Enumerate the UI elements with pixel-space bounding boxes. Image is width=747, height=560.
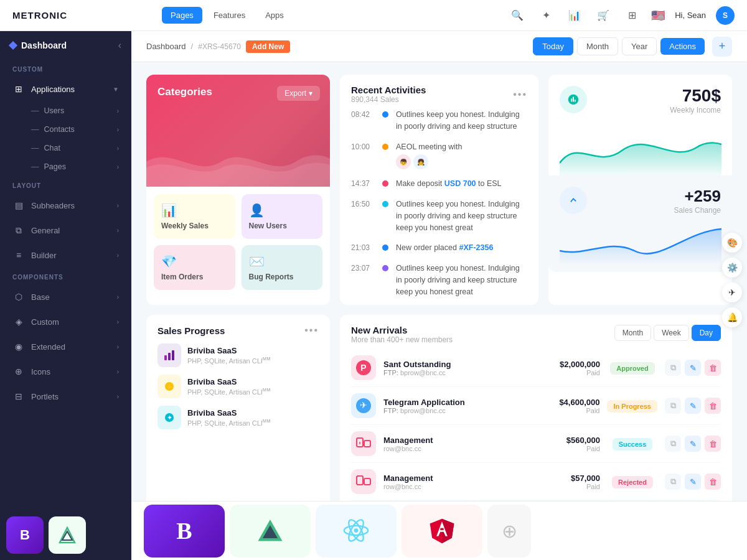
na-action-copy-1[interactable]: ⧉	[665, 360, 681, 376]
sidebar-item-contacts[interactable]: — Contacts ›	[0, 120, 131, 139]
grid-icon[interactable]: ⊞	[622, 6, 641, 25]
sidebar-item-builder[interactable]: ≡ Builder ›	[0, 243, 131, 268]
sidebar-users-label: Users	[44, 106, 65, 115]
sidebar-item-custom[interactable]: ◈ Custom ›	[0, 309, 131, 334]
right-icon-1[interactable]: 🎨	[722, 233, 732, 253]
activity-text-2: AEOL meeting with 👦 👧	[396, 141, 463, 170]
na-tab-day[interactable]: Day	[692, 325, 721, 341]
na-action-edit-3[interactable]: ✎	[685, 436, 701, 452]
nav-link-features[interactable]: Features	[205, 7, 254, 24]
sidebar-extended-label: Extended	[31, 342, 117, 352]
cat-item-orders[interactable]: 💎 Item Orders	[154, 245, 235, 290]
sidebar-bootstrap-icon[interactable]: B	[6, 516, 44, 554]
activity-text-label: AEOL meeting with	[396, 142, 463, 151]
chart-icon[interactable]: 📊	[565, 6, 584, 25]
na-action-copy-4[interactable]: ⧉	[665, 474, 681, 490]
page-header: Dashboard / #XRS-45670 Add New Today Mon…	[131, 31, 747, 62]
badge-rejected: Rejected	[612, 476, 653, 488]
na-action-edit-1[interactable]: ✎	[685, 360, 701, 376]
sidebar-item-applications[interactable]: ⊞ Applications ▼	[0, 77, 131, 101]
na-action-edit-2[interactable]: ✎	[685, 398, 701, 414]
activities-menu[interactable]: •••	[513, 89, 527, 100]
weekly-income-amount: 750$	[670, 86, 721, 106]
framework-angular[interactable]	[402, 505, 482, 558]
sidebar-item-users[interactable]: — Users ›	[0, 101, 131, 120]
header-add-btn[interactable]: +	[712, 37, 732, 57]
na-tab-week[interactable]: Week	[654, 325, 688, 341]
framework-react[interactable]	[316, 505, 397, 558]
framework-extra: ⊕	[487, 505, 531, 558]
sidebar-item-extended[interactable]: ◉ Extended ›	[0, 334, 131, 359]
na-action-delete-2[interactable]: 🗑	[705, 398, 721, 414]
activity-time-4: 16:50	[351, 198, 375, 208]
na-action-copy-3[interactable]: ⧉	[665, 436, 681, 452]
na-action-delete-3[interactable]: 🗑	[705, 436, 721, 452]
activity-text-5: New order placed #XF-2356	[396, 242, 493, 254]
nav-links: Pages Features Apps	[162, 7, 293, 24]
sales-progress-menu[interactable]: •••	[304, 325, 319, 336]
sidebar-item-portlets[interactable]: ⊟ Portlets ›	[0, 384, 131, 409]
icons-icon: ⊕	[12, 365, 25, 378]
logo: METRONIC	[12, 10, 143, 21]
add-new-btn[interactable]: Add New	[246, 40, 290, 53]
framework-vue[interactable]	[230, 505, 311, 558]
na-tab-month[interactable]: Month	[614, 325, 651, 341]
na-app-icon-3	[351, 431, 376, 456]
na-app-ftp-3: row@bnc.cc	[383, 445, 537, 452]
na-amount-1: $2,000,000 Paid	[544, 360, 600, 376]
na-app-icon-1: P	[351, 355, 376, 380]
svg-point-28	[354, 528, 359, 533]
na-badge-2: In Progress	[607, 400, 657, 411]
sidebar-item-pages[interactable]: — Pages ›	[0, 157, 131, 176]
actions-btn[interactable]: Actions	[660, 38, 705, 55]
sidebar-general-label: General	[31, 226, 117, 235]
nav-link-apps[interactable]: Apps	[256, 7, 293, 24]
right-icon-2[interactable]: ⚙️	[722, 258, 732, 278]
na-amount-sub-2: Paid	[543, 407, 599, 414]
sidebar-item-subheaders[interactable]: ▤ Subheaders ›	[0, 193, 131, 218]
sidebar-item-general[interactable]: ⧉ General ›	[0, 218, 131, 243]
main-content: Dashboard / #XRS-45670 Add New Today Mon…	[131, 31, 747, 560]
nav-avatar[interactable]: S	[716, 6, 735, 25]
cat-weekly-sales[interactable]: 📊 Weekly Sales	[154, 194, 235, 239]
sidebar-collapse-btn[interactable]: ‹	[118, 40, 121, 51]
na-app-icon-4	[351, 469, 376, 494]
na-badge-1: Approved	[608, 362, 657, 373]
svg-rect-19	[364, 441, 370, 447]
contacts-arrow: ›	[117, 126, 119, 133]
cart-icon[interactable]: 🛒	[594, 6, 613, 25]
export-btn[interactable]: Export ▾	[277, 86, 320, 101]
breadcrumb: Dashboard / #XRS-45670 Add New	[146, 40, 290, 53]
cat-new-users[interactable]: 👤 New Users	[242, 194, 323, 239]
na-amount-val-2: $4,600,000	[543, 398, 599, 407]
users-arrow: ›	[117, 108, 119, 114]
na-action-copy-2[interactable]: ⧉	[665, 398, 681, 414]
na-amount-sub-1: Paid	[544, 369, 600, 376]
right-icon-3[interactable]: ✈	[722, 282, 732, 302]
sidebar-item-icons[interactable]: ⊕ Icons ›	[0, 359, 131, 384]
today-btn[interactable]: Today	[533, 37, 573, 55]
nav-link-pages[interactable]: Pages	[162, 7, 202, 24]
sidebar-sub-menu: — Users › — Contacts › — Chat › — Pages …	[0, 101, 131, 176]
portlets-icon: ⊟	[12, 390, 25, 403]
sidebar-vue-icon[interactable]	[49, 516, 86, 554]
sidebar-item-base[interactable]: ⬡ Base ›	[0, 284, 131, 309]
na-action-delete-1[interactable]: 🗑	[705, 360, 721, 376]
row-1: Categories Export ▾ 📊	[146, 75, 732, 305]
na-action-edit-4[interactable]: ✎	[685, 474, 701, 490]
month-btn[interactable]: Month	[577, 37, 618, 55]
year-btn[interactable]: Year	[622, 37, 657, 55]
sidebar-item-chat[interactable]: — Chat ›	[0, 139, 131, 157]
badge-success: Success	[613, 438, 653, 450]
new-arrivals-title: New Arrivals	[351, 325, 453, 335]
activity-avatars: 👦 👧	[396, 154, 463, 169]
framework-bootstrap[interactable]: B	[144, 505, 225, 558]
svg-rect-7	[164, 355, 167, 360]
cat-bug-reports[interactable]: ✉️ Bug Reports	[242, 245, 323, 290]
flag-icon[interactable]: 🇺🇸	[651, 9, 665, 22]
general-arrow: ›	[117, 227, 119, 234]
na-action-delete-4[interactable]: 🗑	[705, 474, 721, 490]
search-icon[interactable]: 🔍	[508, 6, 527, 25]
sidebar-section-layout: LAYOUT	[0, 176, 131, 193]
share-icon[interactable]: ✦	[537, 6, 555, 25]
